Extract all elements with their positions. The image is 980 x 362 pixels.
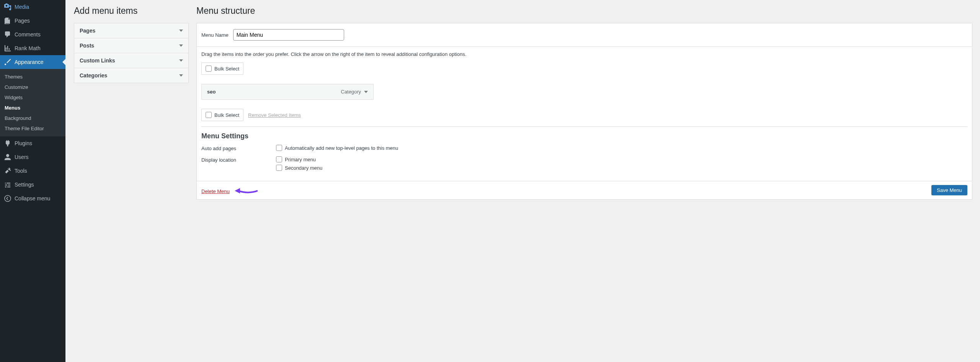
save-menu-button[interactable]: Save Menu [931,185,967,195]
collapse-icon [4,195,11,202]
instructions-text: Drag the items into the order you prefer… [201,51,967,57]
secondary-checkbox[interactable] [276,165,282,171]
chevron-down-icon [179,44,183,47]
chevron-down-icon [179,59,183,62]
accordion-label: Posts [80,43,94,49]
accordion-custom-links[interactable]: Custom Links [74,53,188,68]
sidebar-label: Media [15,4,29,10]
sidebar-label: Rank Math [15,45,41,51]
comments-icon [4,31,11,38]
bulk-select-bottom-row: Bulk Select Remove Selected Items [201,109,967,121]
plug-icon [4,139,11,147]
svg-point-0 [5,195,11,201]
sidebar-item-comments[interactable]: Comments [0,28,65,41]
primary-checkbox[interactable] [276,156,282,162]
media-icon [4,3,11,11]
chart-icon [4,44,11,52]
secondary-text: Secondary menu [285,165,322,171]
bulk-select-bottom[interactable]: Bulk Select [201,109,243,121]
accordion-pages[interactable]: Pages [74,23,188,38]
bulk-select-checkbox[interactable] [206,112,212,118]
submenu-themes[interactable]: Themes [0,72,65,82]
add-menu-items-column: Add menu items Pages Posts Custom Links … [74,0,189,354]
accordion-label: Custom Links [80,57,115,64]
user-icon [4,153,11,161]
bulk-select-label: Bulk Select [214,66,239,72]
auto-add-checkbox[interactable] [276,145,282,151]
sidebar-label: Pages [15,18,30,24]
chevron-down-icon[interactable] [364,91,368,93]
main-content: Add menu items Pages Posts Custom Links … [65,0,980,362]
bulk-select-label: Bulk Select [214,112,239,118]
menu-item-seo[interactable]: seo Category [201,84,374,100]
sliders-icon [4,181,11,188]
accordion-label: Categories [80,72,107,79]
sidebar-label: Tools [15,168,27,174]
remove-selected-link[interactable]: Remove Selected Items [248,112,301,118]
chevron-down-icon [179,74,183,77]
add-items-title: Add menu items [74,6,189,16]
menu-item-type: Category [341,89,368,95]
sidebar-item-users[interactable]: Users [0,150,65,164]
sidebar-item-appearance[interactable]: Appearance [0,55,65,69]
auto-add-row: Auto add pages Automatically add new top… [201,145,967,153]
sidebar-item-plugins[interactable]: Plugins [0,136,65,150]
sidebar-item-media[interactable]: Media [0,0,65,14]
structure-title: Menu structure [196,6,972,16]
bulk-select-checkbox[interactable] [206,66,212,72]
accordion: Pages Posts Custom Links Categories [74,23,189,83]
chevron-down-icon [179,29,183,32]
accordion-label: Pages [80,28,95,34]
display-location-label: Display location [201,156,276,163]
sidebar-item-rankmath[interactable]: Rank Math [0,41,65,55]
sidebar-item-tools[interactable]: Tools [0,164,65,178]
delete-menu-link[interactable]: Delete Menu [201,188,230,194]
sidebar-label: Settings [15,182,34,188]
submenu-customize[interactable]: Customize [0,82,65,92]
sidebar-label: Users [15,154,29,160]
menu-settings-title: Menu Settings [201,132,967,140]
auto-add-label: Auto add pages [201,145,276,151]
auto-add-text: Automatically add new top-level pages to… [285,145,398,151]
appearance-submenu: Themes Customize Widgets Menus Backgroun… [0,69,65,136]
separator [201,126,967,127]
accordion-posts[interactable]: Posts [74,38,188,53]
menu-name-label: Menu Name [201,32,229,38]
accordion-categories[interactable]: Categories [74,68,188,83]
sidebar-label: Appearance [15,59,44,65]
sidebar-label: Comments [15,31,41,38]
menu-panel: Menu Name Drag the items into the order … [196,23,972,200]
brush-icon [4,58,11,66]
pages-icon [4,17,11,25]
menu-name-input[interactable] [233,29,344,41]
sidebar-item-settings[interactable]: Settings [0,178,65,192]
sidebar-item-pages[interactable]: Pages [0,14,65,28]
wrench-icon [4,167,11,175]
display-location-row: Display location Primary menu Secondary … [201,156,967,173]
secondary-option[interactable]: Secondary menu [276,165,967,171]
submenu-menus[interactable]: Menus [0,103,65,113]
submenu-background[interactable]: Background [0,113,65,123]
sidebar-item-collapse[interactable]: Collapse menu [0,192,65,205]
delete-menu-wrap: Delete Menu [201,186,258,194]
arrow-annotation-icon [235,187,258,195]
menu-structure-column: Menu structure Menu Name Drag the items … [196,0,972,354]
submenu-widgets[interactable]: Widgets [0,92,65,103]
auto-add-option[interactable]: Automatically add new top-level pages to… [276,145,967,151]
menu-item-title: seo [207,89,216,95]
bulk-select-top[interactable]: Bulk Select [201,62,243,75]
primary-text: Primary menu [285,157,316,162]
sidebar-label: Collapse menu [15,195,50,201]
submenu-theme-file-editor[interactable]: Theme File Editor [0,123,65,134]
primary-option[interactable]: Primary menu [276,156,967,162]
menu-footer: Delete Menu Save Menu [197,181,972,199]
menu-body: Drag the items into the order you prefer… [197,47,972,181]
admin-sidebar: Media Pages Comments Rank Math Appearanc… [0,0,65,362]
menu-header: Menu Name [197,23,972,47]
sidebar-label: Plugins [15,140,32,146]
